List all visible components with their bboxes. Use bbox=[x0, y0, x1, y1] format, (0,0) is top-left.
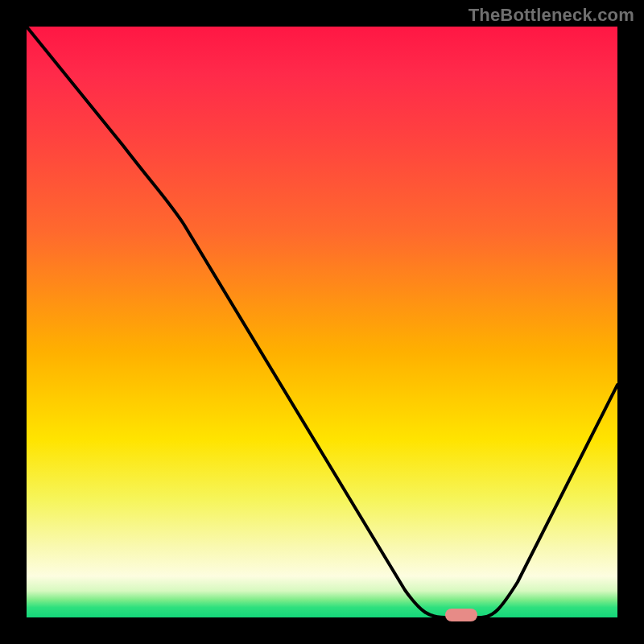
curve-path bbox=[27, 27, 617, 617]
watermark-text: TheBottleneck.com bbox=[469, 5, 634, 26]
chart-frame: TheBottleneck.com bbox=[0, 0, 644, 644]
bottleneck-curve bbox=[27, 27, 617, 617]
bottleneck-marker bbox=[445, 609, 477, 621]
